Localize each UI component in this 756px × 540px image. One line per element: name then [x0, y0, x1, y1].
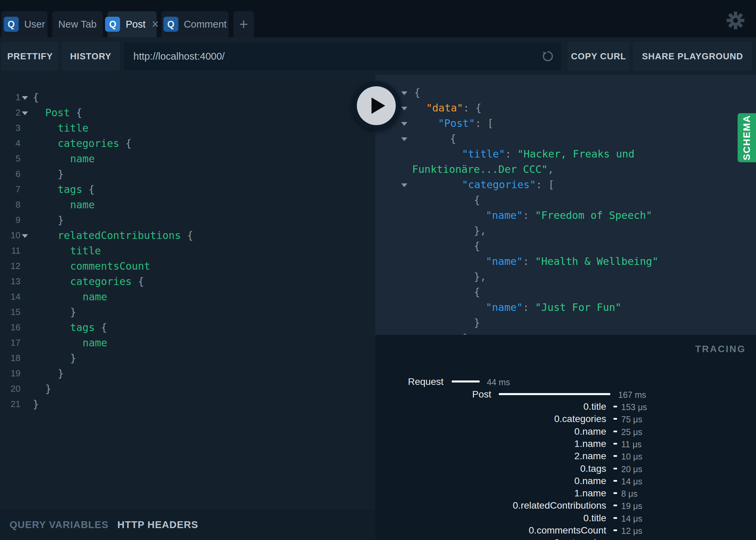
editor-code-text: name: [70, 151, 95, 166]
collapse-arrow-icon[interactable]: [401, 137, 407, 141]
tab-new-tab[interactable]: New Tab: [52, 11, 103, 37]
code-token: :: [505, 148, 517, 160]
tracing-duration-value: 167 ms: [618, 390, 646, 400]
code-token: "Health & Wellbeing": [535, 255, 658, 267]
settings-gear-icon[interactable]: [726, 11, 745, 30]
editor-code-text: tags {: [58, 182, 94, 197]
http-headers-tab[interactable]: HTTP HEADERS: [117, 519, 198, 530]
editor-line: 16tags {: [0, 320, 375, 335]
schema-tab-label: SCHEMA: [741, 115, 752, 160]
query-editor[interactable]: 1{2Post {3title4categories {5name6}7tags…: [0, 75, 375, 509]
tab-user[interactable]: QUser: [1, 11, 47, 37]
new-tab-button[interactable]: +: [233, 11, 254, 37]
tracing-duration-bar: [613, 443, 617, 445]
tracing-resolver-label: Request: [408, 376, 444, 387]
editor-line: 8name: [0, 197, 375, 212]
code-token: [: [488, 117, 494, 129]
tracing-row: 0.categories75 μs: [375, 412, 756, 425]
schema-side-tab[interactable]: SCHEMA: [738, 113, 756, 162]
tracing-resolver-label: Post: [472, 389, 491, 400]
response-line: "Post": [: [375, 116, 756, 131]
code-token: {: [474, 194, 480, 206]
tab-label: User: [24, 19, 45, 30]
tracing-resolver-label: 0.name: [575, 476, 606, 486]
fold-arrow-icon[interactable]: [22, 96, 28, 100]
line-number: 16: [0, 320, 20, 335]
collapse-arrow-icon[interactable]: [401, 183, 407, 187]
toolbar: PRETTIFY HISTORY COPY CURL SHARE PLAYGRO…: [0, 37, 756, 75]
line-number: 3: [0, 120, 20, 136]
prettify-button[interactable]: PRETTIFY: [1, 42, 59, 71]
fold-arrow-icon[interactable]: [22, 111, 28, 115]
response-code-text: {: [450, 131, 456, 146]
copy-curl-button[interactable]: COPY CURL: [568, 42, 629, 71]
history-button[interactable]: HISTORY: [62, 42, 120, 71]
editor-line: 11title: [0, 243, 375, 258]
close-tab-icon[interactable]: ×: [152, 18, 159, 30]
line-number: 4: [0, 136, 20, 151]
code-token: }: [70, 352, 76, 364]
tracing-row: 2.name10 μs: [375, 450, 756, 462]
query-badge-icon: Q: [163, 17, 178, 32]
editor-line: 14name: [0, 289, 375, 304]
line-number: 18: [0, 350, 20, 366]
code-token: {: [187, 229, 193, 241]
editor-line: 18}: [0, 350, 375, 366]
response-line: {: [375, 238, 756, 254]
line-number: 6: [0, 166, 20, 182]
editor-line: 9}: [0, 212, 375, 228]
tab-post[interactable]: QPost×: [107, 11, 157, 37]
fold-arrow-icon[interactable]: [22, 234, 28, 238]
response-code-text: },: [474, 269, 486, 284]
response-line: ]: [375, 330, 756, 335]
tab-comment[interactable]: QComment: [161, 11, 229, 37]
line-number: 10: [0, 228, 20, 243]
line-number: 21: [0, 396, 20, 412]
collapse-arrow-icon[interactable]: [401, 107, 407, 110]
code-token: {: [88, 183, 94, 195]
line-number: 17: [0, 335, 20, 350]
code-token: }: [33, 398, 39, 410]
tracing-duration-bar: [613, 517, 617, 519]
collapse-arrow-icon[interactable]: [401, 122, 407, 126]
tracing-resolver-label: 0.title: [583, 513, 606, 524]
code-token: Post: [45, 107, 76, 119]
query-variables-tab[interactable]: QUERY VARIABLES: [10, 519, 108, 530]
endpoint-url-input[interactable]: [123, 42, 562, 71]
code-token: "Freedom of Speech": [535, 209, 652, 221]
tracing-duration-value: 25 μs: [621, 427, 642, 437]
response-code-text: "categories": [: [462, 177, 554, 192]
line-number: 11: [0, 243, 20, 258]
response-code-text: "name": "Health & Wellbeing": [486, 254, 658, 269]
tracing-row: 1.name11 μs: [375, 437, 756, 450]
code-token: }: [70, 306, 76, 318]
code-token: name: [70, 199, 95, 211]
tab-label: Comment: [184, 19, 227, 30]
response-code-text: "data": {: [426, 100, 482, 116]
code-token: "Just For Fun": [535, 301, 622, 313]
tracing-duration-bar: [452, 380, 480, 382]
collapse-arrow-icon[interactable]: [401, 91, 407, 95]
response-line: "name": "Just For Fun": [375, 300, 756, 315]
code-token: :: [523, 209, 535, 221]
tracing-duration-bar: [613, 480, 617, 482]
tracing-row: 0.relatedContributions19 μs: [375, 499, 756, 511]
editor-line: 13categories {: [0, 274, 375, 289]
response-line: Funktionäre...Der CCC",: [375, 162, 756, 177]
editor-code-text: title: [70, 243, 101, 258]
editor-code-text: name: [83, 335, 107, 350]
tracing-resolver-label: 0.categories: [554, 537, 606, 540]
code-token: "data": [426, 102, 463, 114]
editor-line: 15}: [0, 304, 375, 320]
tracing-duration-value: 13 μs: [621, 538, 642, 540]
tracing-resolver-label: 0.categories: [554, 414, 606, 424]
code-token: name: [83, 337, 107, 349]
reload-icon[interactable]: [538, 42, 558, 71]
editor-line: 6}: [0, 166, 375, 182]
editor-line: 12commentsCount: [0, 258, 375, 274]
response-code-text: "name": "Freedom of Speech": [486, 208, 652, 223]
execute-query-button[interactable]: [352, 81, 401, 130]
share-playground-button[interactable]: SHARE PLAYGROUND: [633, 42, 752, 71]
tracing-row: 0.title14 μs: [375, 512, 756, 524]
tracing-row: 0.categories13 μs: [375, 536, 756, 540]
